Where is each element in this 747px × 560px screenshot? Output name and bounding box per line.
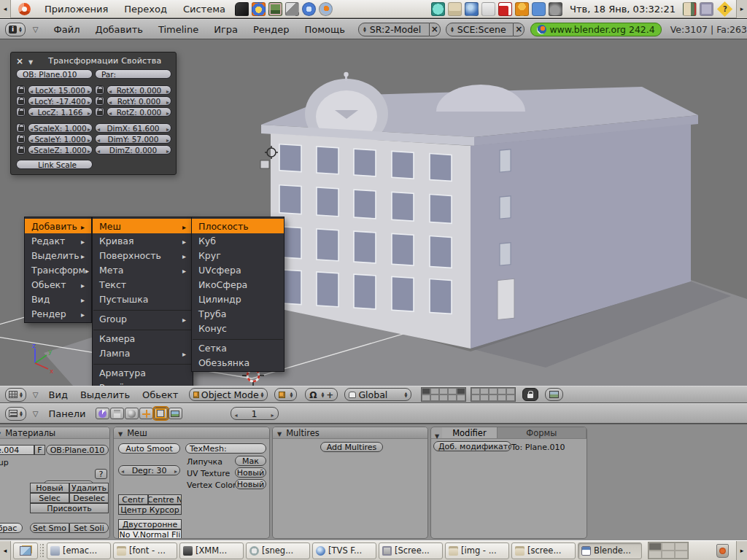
- audio-player-icon[interactable]: [252, 2, 266, 16]
- chat-tray-icon[interactable]: [700, 2, 713, 16]
- menu-places[interactable]: Переход: [116, 0, 175, 18]
- texmesh-field[interactable]: TexMesh:: [185, 443, 266, 454]
- menu-item-curve[interactable]: Кривая: [93, 233, 193, 248]
- rotx-field[interactable]: RotX: 0.000: [107, 85, 171, 95]
- menu-item-grid[interactable]: Сетка: [192, 341, 284, 355]
- task-screen1[interactable]: [Scree...: [379, 542, 443, 559]
- scene-selector[interactable]: SCE:Scene: [446, 23, 514, 36]
- layer-buttons-group2[interactable]: [471, 387, 516, 402]
- vcol-new-button[interactable]: Новый: [235, 479, 266, 489]
- menu-item-monkey[interactable]: Обезьянка: [192, 355, 284, 370]
- centre-new-button[interactable]: Centre N: [148, 494, 182, 505]
- menu-item-group[interactable]: Group: [93, 311, 193, 326]
- auto-smooth-button[interactable]: Auto Smoot: [118, 443, 180, 454]
- mms-icon[interactable]: [302, 2, 316, 16]
- menu-help[interactable]: Помощь: [305, 24, 345, 35]
- user-tray-icon[interactable]: [515, 2, 529, 16]
- panel-collapse-icon[interactable]: [0, 428, 1, 438]
- screenshot-tray-icon[interactable]: [498, 2, 512, 16]
- locy-field[interactable]: LocY: -17.400: [28, 96, 93, 106]
- menu-item-object[interactable]: Обьект: [25, 277, 91, 292]
- header-collapse-icon[interactable]: [33, 408, 39, 419]
- panel-collapse-icon[interactable]: [28, 56, 33, 66]
- menu-item-text[interactable]: Текст: [93, 277, 193, 292]
- lock-rotz-button[interactable]: [95, 107, 104, 117]
- fake-user-button[interactable]: F: [34, 445, 45, 455]
- pen-tool-icon[interactable]: [285, 2, 299, 16]
- task-screen2[interactable]: [scree...: [511, 542, 576, 559]
- menu-item-surface[interactable]: Поверхность: [93, 248, 193, 262]
- panel-close-icon[interactable]: [16, 56, 23, 66]
- mode-dropdown[interactable]: Object Mode: [189, 388, 268, 401]
- puzzle-tray-icon[interactable]: [532, 2, 546, 16]
- tab-shapes[interactable]: Формы: [498, 427, 587, 438]
- window-type-button[interactable]: [5, 23, 26, 36]
- panel-hide-right-arrow[interactable]: [736, 0, 747, 18]
- orientation-dropdown[interactable]: Global: [344, 388, 411, 401]
- mail-tray-icon[interactable]: [448, 2, 462, 16]
- locz-field[interactable]: LocZ: 1.166: [28, 107, 93, 117]
- make-sticky-button[interactable]: Мак: [235, 456, 266, 466]
- no-vnormal-flip-toggle[interactable]: No V.Normal Fli: [118, 529, 182, 539]
- lock-scaley-button[interactable]: [16, 134, 26, 144]
- select-button[interactable]: Selec: [30, 493, 69, 503]
- menu-item-meta[interactable]: Мета: [93, 262, 193, 277]
- lock-scalez-button[interactable]: [16, 145, 26, 155]
- font-tool-tray-icon[interactable]: [431, 2, 445, 16]
- manipulator-group[interactable]: [305, 388, 338, 401]
- dimy-field[interactable]: DimY: 57.000: [95, 134, 171, 144]
- lock-roty-button[interactable]: [95, 96, 104, 106]
- menu-item-cone[interactable]: Конус: [192, 321, 284, 335]
- menu-item-edit[interactable]: Редакт: [25, 233, 91, 248]
- set-smooth-button[interactable]: Set Smo: [30, 523, 69, 533]
- menu-item-circle[interactable]: Круг: [192, 248, 284, 262]
- menu-item-icosphere[interactable]: ИкоСфера: [192, 277, 284, 292]
- object-buttons-tab[interactable]: [139, 408, 153, 419]
- scaley-field[interactable]: ScaleY: 1.000: [28, 134, 93, 144]
- lock-scalex-button[interactable]: [16, 123, 26, 133]
- menu-item-cylinder[interactable]: Цилиндр: [192, 292, 284, 306]
- scene-close-button[interactable]: [514, 23, 525, 36]
- menu-item-camera[interactable]: Камера: [93, 331, 193, 346]
- layer-buttons-group1[interactable]: [421, 387, 466, 402]
- link-scale-button[interactable]: Link Scale: [16, 160, 93, 169]
- help-icon[interactable]: ?: [717, 1, 732, 16]
- help-button[interactable]: ?: [95, 469, 107, 479]
- task-font[interactable]: [font - ...: [113, 542, 177, 559]
- lock-layers-button[interactable]: [522, 388, 538, 401]
- network-tray-icon[interactable]: [465, 2, 479, 16]
- task-tvs[interactable]: [TVS F...: [312, 542, 376, 559]
- double-sided-toggle[interactable]: Двусторонне: [118, 519, 182, 529]
- panel-collapse-icon[interactable]: [118, 428, 123, 438]
- logout-icon[interactable]: [683, 2, 697, 16]
- show-desktop-button[interactable]: [13, 542, 38, 559]
- add-multires-button[interactable]: Add Multires: [320, 442, 383, 452]
- screen-close-button[interactable]: [430, 23, 441, 36]
- menu-render[interactable]: Рендер: [253, 24, 290, 35]
- lock-locz-button[interactable]: [16, 107, 26, 117]
- launcher-icon[interactable]: [235, 2, 249, 16]
- menu-item-cube[interactable]: Куб: [192, 233, 284, 248]
- menu-add[interactable]: Добавить: [95, 24, 142, 35]
- task-img[interactable]: [img - ...: [445, 542, 509, 559]
- lock-locy-button[interactable]: [16, 96, 26, 106]
- menu-game[interactable]: Игра: [214, 24, 238, 35]
- draw-type-button[interactable]: [274, 388, 297, 401]
- task-xmms[interactable]: [XMM...: [179, 542, 244, 559]
- editing-buttons-tab[interactable]: [154, 408, 168, 419]
- menu-item-mesh[interactable]: Меш: [93, 219, 193, 233]
- render-preview-button[interactable]: [545, 388, 563, 401]
- locx-field[interactable]: LocX: 15.000: [28, 85, 93, 95]
- ob-name-field[interactable]: OB: Plane.010: [16, 69, 93, 79]
- menu-item-plane[interactable]: Плоскость: [192, 219, 284, 233]
- dimx-field[interactable]: DimX: 61.600: [95, 123, 171, 133]
- trash-icon[interactable]: [716, 544, 729, 558]
- ubuntu-menu-icon[interactable]: [18, 3, 31, 15]
- viewport-menu-object[interactable]: Обьект: [142, 389, 178, 400]
- menu-item-lamp[interactable]: Лампа: [93, 346, 193, 360]
- dimz-field[interactable]: DimZ: 0.000: [95, 145, 171, 155]
- deselect-button[interactable]: Deselec: [69, 493, 109, 503]
- ob-name-button[interactable]: OB:Plane.010: [46, 445, 109, 455]
- blender-launcher-icon[interactable]: [319, 2, 333, 16]
- scene-buttons-tab[interactable]: [169, 408, 182, 419]
